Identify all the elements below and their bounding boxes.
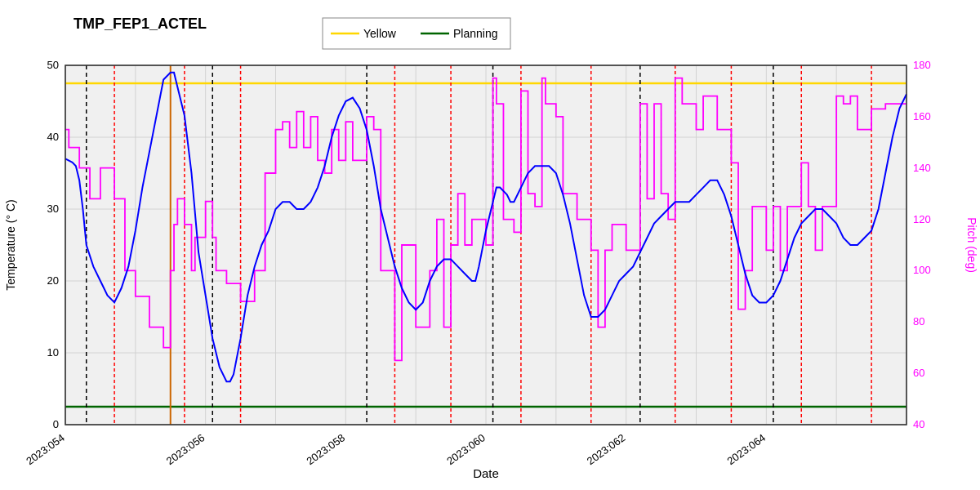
chart-canvas	[0, 0, 980, 490]
chart-container	[0, 0, 980, 490]
